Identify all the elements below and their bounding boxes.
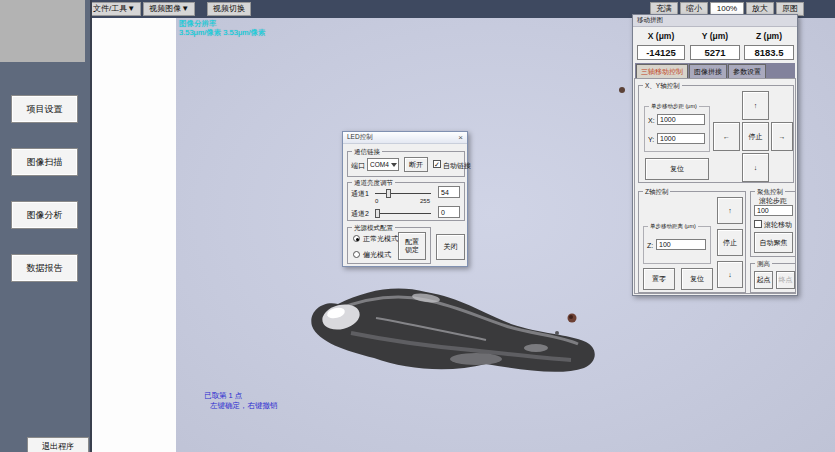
channel1-label: 通道1 xyxy=(351,189,369,198)
x-position-value: -14125 xyxy=(637,45,685,60)
xy-axis-group-title: X、Y轴控制 xyxy=(643,81,682,90)
z-step-label: Z: xyxy=(647,241,653,250)
resolution-value: 3.53μm/像素 3.53μm/像素 xyxy=(179,28,266,37)
resolution-overlay: 图像分辨率 3.53μm/像素 3.53μm/像素 xyxy=(179,19,266,37)
config-lock-line1: 配置 xyxy=(405,238,419,246)
exit-program-button[interactable]: 退出程序 xyxy=(27,437,89,452)
config-lock-button[interactable]: 配置 锁定 xyxy=(398,232,426,260)
y-axis-label: Y (μm) xyxy=(690,31,740,41)
xy-step-group: 单步移动步距 (μm) X: 1000 Y: 1000 xyxy=(644,106,710,152)
wheel-move-checkbox[interactable] xyxy=(754,220,762,228)
sidebar-item-project-settings[interactable]: 项目设置 xyxy=(11,95,78,123)
z-zero-button[interactable]: 置零 xyxy=(643,268,675,290)
channel2-value-input[interactable]: 0 xyxy=(438,206,460,218)
x-axis-label: X (μm) xyxy=(637,31,685,41)
light-mode-group: 光源模式配置 正常光模式 偏光模式 配置 锁定 xyxy=(347,227,431,264)
brightness-group-title: 通道亮度调节 xyxy=(352,178,395,187)
pick-hint-overlay: 已取第 1 点 左键确定，右键撤销 xyxy=(204,391,278,411)
measure-end-button[interactable]: 终点 xyxy=(776,271,795,289)
panel-tab-bar: 三轴移动控制 图像拼接 参数设置 xyxy=(635,63,795,78)
config-lock-line2: 锁定 xyxy=(405,246,419,254)
tab-image-stitching[interactable]: 图像拼接 xyxy=(689,64,727,78)
slider-min-label: 0 xyxy=(375,198,378,204)
xy-axis-group: X、Y轴控制 单步移动步距 (μm) X: 1000 Y: 1000 复位 ↑ … xyxy=(638,85,794,183)
movement-panel-titlebar[interactable]: 移动拼图 xyxy=(633,15,797,27)
autofocus-button[interactable]: 自动聚焦 xyxy=(754,232,793,253)
normal-light-radio[interactable] xyxy=(353,235,360,242)
z-position-value: 8183.5 xyxy=(744,45,794,60)
disconnect-button[interactable]: 断开 xyxy=(404,157,428,172)
slider-max-label: 255 xyxy=(420,198,430,204)
x-step-input[interactable]: 1000 xyxy=(657,114,705,125)
normal-light-label: 正常光模式 xyxy=(363,234,398,243)
z-up-button[interactable]: ↑ xyxy=(717,197,743,224)
toolbar-left-group: 文件/工具▼ 视频图像▼ 视频切换 xyxy=(87,2,251,16)
height-group-title: 测高 xyxy=(755,259,772,268)
x-step-label: X: xyxy=(648,116,655,125)
wheel-step-input[interactable]: 100 xyxy=(754,205,793,216)
brightness-group: 通道亮度调节 通道1 54 0 255 通道2 0 xyxy=(347,182,465,221)
channel1-slider[interactable] xyxy=(375,193,431,194)
z-step-title: 单步移动距离 (μm) xyxy=(648,222,698,231)
z-step-group: 单步移动距离 (μm) Z: 100 xyxy=(643,226,711,264)
canvas-margin xyxy=(92,18,176,452)
tab-parameter-settings[interactable]: 参数设置 xyxy=(728,64,766,78)
move-down-button[interactable]: ↓ xyxy=(742,153,769,182)
app-window: 文件/工具▼ 视频图像▼ 视频切换 充满 缩小 100% 放大 原图 xyxy=(0,0,835,452)
z-down-button[interactable]: ↓ xyxy=(717,261,743,288)
channel1-slider-thumb[interactable] xyxy=(386,189,391,198)
xy-step-title: 单步移动步距 (μm) xyxy=(649,102,699,111)
led-control-dialog: LED控制 × 通信链接 端口 COM4 断开 ✓ 自动链接 通道亮度调节 通道… xyxy=(342,131,468,267)
move-up-button[interactable]: ↑ xyxy=(742,91,769,120)
height-measure-group: 测高 起点 终点 xyxy=(750,263,796,293)
video-image-menu-button[interactable]: 视频图像▼ xyxy=(143,2,195,16)
z-axis-group-title: Z轴控制 xyxy=(643,187,670,196)
tab-three-axis-control[interactable]: 三轴移动控制 xyxy=(636,64,688,78)
led-dialog-titlebar[interactable]: LED控制 × xyxy=(343,132,467,144)
resolution-label: 图像分辨率 xyxy=(179,19,266,28)
z-stop-button[interactable]: 停止 xyxy=(717,229,743,256)
autolink-label: 自动链接 xyxy=(443,161,471,170)
z-axis-group: Z轴控制 单步移动距离 (μm) Z: 100 置零 复位 ↑ 停止 ↓ xyxy=(638,191,746,293)
pick-count-text: 已取第 1 点 xyxy=(204,391,278,401)
xy-stop-button[interactable]: 停止 xyxy=(742,122,769,151)
sidebar-item-image-analysis[interactable]: 图像分析 xyxy=(11,201,78,229)
file-tools-menu-button[interactable]: 文件/工具▼ xyxy=(87,2,141,16)
y-step-input[interactable]: 1000 xyxy=(657,133,705,144)
y-position-value: 5271 xyxy=(690,45,740,60)
channel2-slider-thumb[interactable] xyxy=(375,209,380,218)
channel1-value-input[interactable]: 54 xyxy=(438,186,460,198)
dropdown-arrow-icon xyxy=(391,163,397,167)
focus-control-group: 聚焦控制 滚轮步距 100 滚轮移动 自动聚焦 xyxy=(750,191,796,257)
move-left-button[interactable]: ← xyxy=(713,122,740,151)
comm-group-title: 通信链接 xyxy=(352,147,382,156)
channel2-label: 通道2 xyxy=(351,209,369,218)
y-step-label: Y: xyxy=(648,135,654,144)
polarized-light-label: 偏光模式 xyxy=(363,250,391,259)
led-dialog-title: LED控制 xyxy=(347,133,373,142)
port-select[interactable]: COM4 xyxy=(367,158,399,171)
movement-panel: 移动拼图 X (μm) Y (μm) Z (μm) -14125 5271 81… xyxy=(632,14,798,296)
wheel-step-label: 滚轮步距 xyxy=(759,196,787,205)
sidebar-item-image-scan[interactable]: 图像扫描 xyxy=(11,148,78,176)
measure-start-button[interactable]: 起点 xyxy=(754,271,773,289)
led-close-button[interactable]: 关闭 xyxy=(436,234,465,260)
video-switch-button[interactable]: 视频切换 xyxy=(207,2,251,16)
z-step-input[interactable]: 100 xyxy=(656,239,706,250)
focus-group-title: 聚焦控制 xyxy=(755,187,785,196)
panel-tab-content: X、Y轴控制 单步移动步距 (μm) X: 1000 Y: 1000 复位 ↑ … xyxy=(634,78,796,294)
comm-link-group: 通信链接 端口 COM4 断开 ✓ 自动链接 xyxy=(347,151,465,177)
polarized-light-radio[interactable] xyxy=(353,251,360,258)
port-value: COM4 xyxy=(370,161,389,168)
sidebar-item-data-report[interactable]: 数据报告 xyxy=(11,254,78,282)
move-right-button[interactable]: → xyxy=(771,122,793,151)
channel2-slider[interactable] xyxy=(375,213,431,214)
light-mode-group-title: 光源模式配置 xyxy=(352,223,395,232)
close-icon[interactable]: × xyxy=(458,133,463,142)
autolink-checkbox[interactable]: ✓ xyxy=(433,160,441,168)
z-axis-label: Z (μm) xyxy=(744,31,794,41)
port-label: 端口 xyxy=(351,161,365,170)
z-reset-button[interactable]: 复位 xyxy=(681,268,713,290)
xy-reset-button[interactable]: 复位 xyxy=(645,158,709,180)
logo-placeholder xyxy=(0,0,85,62)
